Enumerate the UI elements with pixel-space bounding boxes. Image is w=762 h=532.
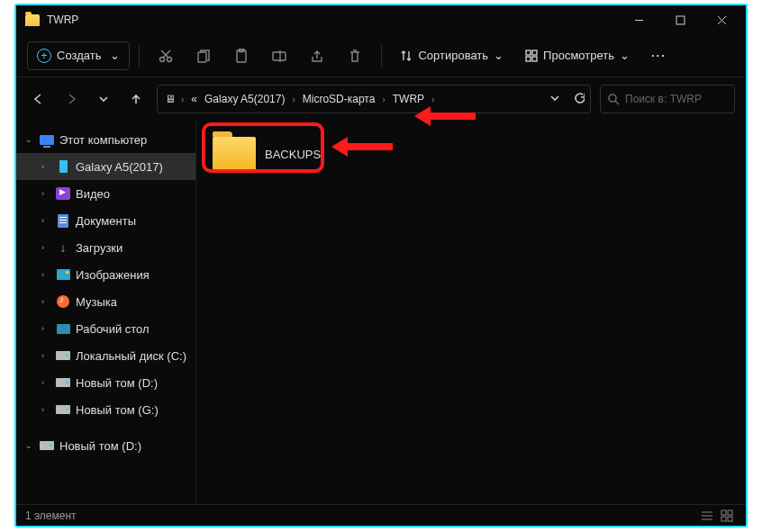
search-icon xyxy=(608,94,620,105)
sidebar-label: Новый том (D:) xyxy=(59,439,141,453)
chevron-down-icon: ⌄ xyxy=(25,441,34,450)
folder-icon xyxy=(213,137,256,171)
chevron-right-icon: › xyxy=(430,95,436,104)
svg-rect-14 xyxy=(532,50,537,55)
sidebar-label: Рабочий стол xyxy=(76,322,150,336)
chevron-down-icon: ⌄ xyxy=(494,49,503,62)
sidebar-label: Музыка xyxy=(76,295,117,309)
sidebar-item-documents[interactable]: › Документы xyxy=(16,207,195,234)
item-count: 1 элемент xyxy=(25,509,77,522)
svg-rect-15 xyxy=(526,57,531,61)
content-pane[interactable]: BACKUPS xyxy=(196,121,746,504)
chevron-right-icon: › xyxy=(41,189,50,198)
search-input[interactable]: Поиск в: TWRP xyxy=(600,85,735,113)
drive-icon xyxy=(40,441,54,450)
titlebar: TWRP xyxy=(16,5,746,34)
drive-icon xyxy=(56,351,70,360)
sidebar-label: Galaxy A5(2017) xyxy=(76,160,163,174)
icons-view-button[interactable] xyxy=(717,508,737,524)
view-label: Просмотреть xyxy=(543,49,614,62)
sidebar-label: Изображения xyxy=(76,268,150,282)
maximize-button[interactable] xyxy=(659,5,701,34)
forward-button[interactable] xyxy=(59,85,83,113)
svg-rect-25 xyxy=(728,517,732,521)
sidebar: ⌄ Этот компьютер › Galaxy A5(2017) › Вид… xyxy=(16,121,196,504)
delete-button[interactable] xyxy=(338,40,372,72)
folder-label: BACKUPS xyxy=(265,148,321,161)
up-button[interactable] xyxy=(124,85,148,113)
refresh-button[interactable] xyxy=(573,92,585,106)
svg-point-17 xyxy=(609,95,616,102)
sort-button[interactable]: Сортировать ⌄ xyxy=(391,40,513,72)
body: ⌄ Этот компьютер › Galaxy A5(2017) › Вид… xyxy=(16,121,746,504)
sidebar-item-music[interactable]: › Музыка xyxy=(16,288,195,315)
svg-rect-8 xyxy=(198,52,206,62)
chevron-right-icon: › xyxy=(41,243,50,252)
chevron-right-icon: › xyxy=(41,216,50,225)
breadcrumb[interactable]: TWRP xyxy=(391,93,426,105)
chevron-right-icon: › xyxy=(41,162,50,171)
sidebar-item-drive-d[interactable]: › Новый том (D:) xyxy=(16,369,195,396)
details-view-button[interactable] xyxy=(697,508,717,524)
chevron-right-icon: › xyxy=(41,378,50,387)
chevron-right-icon: › xyxy=(41,297,50,306)
svg-rect-24 xyxy=(721,517,726,521)
folder-backups[interactable]: BACKUPS xyxy=(209,133,324,175)
sidebar-item-videos[interactable]: › Видео xyxy=(16,180,195,207)
sidebar-item-drive-c[interactable]: › Локальный диск (C:) xyxy=(16,342,195,369)
phone-icon xyxy=(59,160,68,173)
sidebar-item-desktop[interactable]: › Рабочий стол xyxy=(16,315,195,342)
sidebar-item-phone[interactable]: › Galaxy A5(2017) xyxy=(16,153,195,180)
sort-label: Сортировать xyxy=(418,49,488,62)
toolbar: + Создать ⌄ Сортировать ⌄ Просмотреть ⌄ … xyxy=(16,34,746,77)
more-button[interactable]: ··· xyxy=(642,40,676,72)
share-button[interactable] xyxy=(300,40,334,72)
minimize-button[interactable] xyxy=(618,5,659,34)
view-button[interactable]: Просмотреть ⌄ xyxy=(516,40,639,72)
pc-icon: 🖥 xyxy=(165,93,176,105)
sidebar-item-downloads[interactable]: › Загрузки xyxy=(16,234,195,261)
sort-icon xyxy=(400,50,413,62)
back-button[interactable] xyxy=(27,85,50,113)
address-bar[interactable]: 🖥 › « Galaxy A5(2017) › MicroSD-карта › … xyxy=(157,85,591,113)
copy-button[interactable] xyxy=(186,40,221,72)
paste-button[interactable] xyxy=(224,40,259,72)
sidebar-label: Загрузки xyxy=(76,241,122,255)
cut-button[interactable] xyxy=(149,40,183,72)
svg-rect-16 xyxy=(532,57,537,61)
history-button[interactable] xyxy=(549,92,560,106)
chevron-down-icon: ⌄ xyxy=(620,49,630,62)
rename-button[interactable] xyxy=(262,40,296,72)
sidebar-this-pc[interactable]: ⌄ Этот компьютер xyxy=(16,126,195,153)
sidebar-group-drive[interactable]: ⌄ Новый том (D:) xyxy=(16,432,195,459)
new-label: Создать xyxy=(57,49,101,62)
breadcrumb[interactable]: Galaxy A5(2017) xyxy=(203,93,286,105)
svg-rect-13 xyxy=(526,50,531,55)
breadcrumb[interactable]: « xyxy=(189,93,199,105)
svg-point-5 xyxy=(168,57,172,61)
sidebar-item-pictures[interactable]: › Изображения xyxy=(16,261,195,288)
sidebar-label: Этот компьютер xyxy=(59,133,147,147)
plus-icon: + xyxy=(37,49,51,63)
sidebar-item-drive-g[interactable]: › Новый том (G:) xyxy=(16,396,195,423)
video-icon xyxy=(56,187,70,200)
chevron-right-icon: › xyxy=(41,351,50,360)
navigation-row: 🖥 › « Galaxy A5(2017) › MicroSD-карта › … xyxy=(16,77,746,121)
recent-button[interactable] xyxy=(92,85,115,113)
separator xyxy=(381,45,382,67)
svg-rect-23 xyxy=(728,510,732,515)
svg-rect-22 xyxy=(721,510,726,515)
document-icon xyxy=(58,214,68,228)
search-placeholder: Поиск в: TWRP xyxy=(625,93,702,105)
chevron-right-icon: › xyxy=(41,324,50,333)
image-icon xyxy=(57,269,70,280)
pc-icon xyxy=(40,135,54,145)
close-button[interactable] xyxy=(701,5,742,34)
download-icon xyxy=(56,240,70,255)
breadcrumb[interactable]: MicroSD-карта xyxy=(301,93,377,105)
annotation-arrow xyxy=(331,137,393,157)
new-button[interactable]: + Создать ⌄ xyxy=(27,41,130,70)
desktop-icon xyxy=(57,324,70,334)
music-icon xyxy=(57,295,69,308)
drive-icon xyxy=(56,378,70,387)
